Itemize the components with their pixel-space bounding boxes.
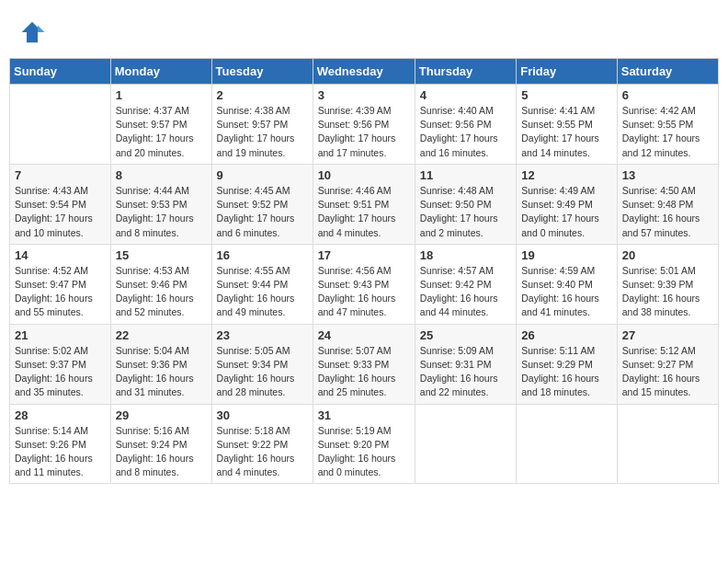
day-number: 26 — [521, 328, 612, 342]
calendar-cell: 27Sunrise: 5:12 AM Sunset: 9:27 PM Dayli… — [617, 324, 718, 404]
day-info: Sunrise: 5:04 AM Sunset: 9:36 PM Dayligh… — [116, 344, 207, 400]
day-info: Sunrise: 5:07 AM Sunset: 9:33 PM Dayligh… — [318, 344, 410, 400]
day-info: Sunrise: 4:43 AM Sunset: 9:54 PM Dayligh… — [15, 184, 106, 240]
calendar-cell: 18Sunrise: 4:57 AM Sunset: 9:42 PM Dayli… — [415, 244, 516, 324]
logo-icon — [18, 18, 46, 46]
day-info: Sunrise: 4:37 AM Sunset: 9:57 PM Dayligh… — [116, 104, 207, 160]
weekday-header-row: SundayMondayTuesdayWednesdayThursdayFrid… — [10, 59, 719, 85]
weekday-header-monday: Monday — [110, 59, 211, 85]
day-number: 4 — [420, 88, 511, 102]
calendar-cell — [617, 404, 718, 484]
calendar-cell: 9Sunrise: 4:45 AM Sunset: 9:52 PM Daylig… — [211, 164, 313, 244]
day-info: Sunrise: 4:55 AM Sunset: 9:44 PM Dayligh… — [217, 264, 308, 320]
calendar-cell: 17Sunrise: 4:56 AM Sunset: 9:43 PM Dayli… — [313, 244, 415, 324]
calendar-cell — [517, 404, 618, 484]
day-info: Sunrise: 4:50 AM Sunset: 9:48 PM Dayligh… — [622, 184, 713, 240]
day-number: 24 — [318, 328, 410, 342]
calendar-cell: 13Sunrise: 4:50 AM Sunset: 9:48 PM Dayli… — [617, 164, 718, 244]
day-info: Sunrise: 4:49 AM Sunset: 9:49 PM Dayligh… — [521, 184, 612, 240]
day-info: Sunrise: 5:09 AM Sunset: 9:31 PM Dayligh… — [420, 344, 511, 400]
day-number: 10 — [318, 168, 410, 182]
day-info: Sunrise: 5:19 AM Sunset: 9:20 PM Dayligh… — [318, 424, 410, 480]
day-info: Sunrise: 5:14 AM Sunset: 9:26 PM Dayligh… — [15, 424, 106, 480]
day-number: 22 — [116, 328, 207, 342]
day-number: 31 — [318, 408, 410, 422]
calendar-cell: 4Sunrise: 4:40 AM Sunset: 9:56 PM Daylig… — [415, 85, 516, 165]
day-number: 30 — [217, 408, 308, 422]
day-number: 19 — [521, 248, 612, 262]
calendar-cell: 30Sunrise: 5:18 AM Sunset: 9:22 PM Dayli… — [211, 404, 313, 484]
day-number: 12 — [521, 168, 612, 182]
day-number: 27 — [622, 328, 713, 342]
day-number: 28 — [15, 408, 106, 422]
day-number: 13 — [622, 168, 713, 182]
day-number: 25 — [420, 328, 511, 342]
weekday-header-saturday: Saturday — [617, 59, 718, 85]
day-number: 3 — [318, 88, 410, 102]
day-number: 9 — [217, 168, 308, 182]
day-number: 1 — [116, 88, 207, 102]
day-info: Sunrise: 4:45 AM Sunset: 9:52 PM Dayligh… — [217, 184, 308, 240]
day-number: 20 — [622, 248, 713, 262]
day-info: Sunrise: 4:56 AM Sunset: 9:43 PM Dayligh… — [318, 264, 410, 320]
weekday-header-thursday: Thursday — [415, 59, 516, 85]
calendar-cell: 31Sunrise: 5:19 AM Sunset: 9:20 PM Dayli… — [313, 404, 415, 484]
day-info: Sunrise: 4:39 AM Sunset: 9:56 PM Dayligh… — [318, 104, 410, 160]
calendar-cell — [10, 85, 111, 165]
calendar-cell: 22Sunrise: 5:04 AM Sunset: 9:36 PM Dayli… — [110, 324, 211, 404]
day-number: 6 — [622, 88, 713, 102]
day-info: Sunrise: 4:59 AM Sunset: 9:40 PM Dayligh… — [521, 264, 612, 320]
calendar-cell: 21Sunrise: 5:02 AM Sunset: 9:37 PM Dayli… — [10, 324, 111, 404]
day-info: Sunrise: 4:41 AM Sunset: 9:55 PM Dayligh… — [521, 104, 612, 160]
weekday-header-tuesday: Tuesday — [211, 59, 313, 85]
week-row-1: 1Sunrise: 4:37 AM Sunset: 9:57 PM Daylig… — [10, 85, 719, 165]
calendar-cell — [415, 404, 516, 484]
calendar-cell: 25Sunrise: 5:09 AM Sunset: 9:31 PM Dayli… — [415, 324, 516, 404]
svg-marker-1 — [38, 26, 45, 33]
day-info: Sunrise: 5:12 AM Sunset: 9:27 PM Dayligh… — [622, 344, 713, 400]
calendar-cell: 15Sunrise: 4:53 AM Sunset: 9:46 PM Dayli… — [110, 244, 211, 324]
day-number: 14 — [15, 248, 106, 262]
day-info: Sunrise: 4:48 AM Sunset: 9:50 PM Dayligh… — [420, 184, 511, 240]
week-row-4: 21Sunrise: 5:02 AM Sunset: 9:37 PM Dayli… — [10, 324, 719, 404]
day-number: 21 — [15, 328, 106, 342]
calendar-cell: 10Sunrise: 4:46 AM Sunset: 9:51 PM Dayli… — [313, 164, 415, 244]
calendar-cell: 28Sunrise: 5:14 AM Sunset: 9:26 PM Dayli… — [10, 404, 111, 484]
calendar-cell: 11Sunrise: 4:48 AM Sunset: 9:50 PM Dayli… — [415, 164, 516, 244]
day-number: 15 — [116, 248, 207, 262]
day-number: 5 — [521, 88, 612, 102]
day-number: 8 — [116, 168, 207, 182]
week-row-5: 28Sunrise: 5:14 AM Sunset: 9:26 PM Dayli… — [10, 404, 719, 484]
week-row-3: 14Sunrise: 4:52 AM Sunset: 9:47 PM Dayli… — [10, 244, 719, 324]
logo — [18, 18, 50, 46]
calendar-cell: 6Sunrise: 4:42 AM Sunset: 9:55 PM Daylig… — [617, 85, 718, 165]
calendar-cell: 8Sunrise: 4:44 AM Sunset: 9:53 PM Daylig… — [110, 164, 211, 244]
calendar-cell: 29Sunrise: 5:16 AM Sunset: 9:24 PM Dayli… — [110, 404, 211, 484]
day-number: 16 — [217, 248, 308, 262]
day-number: 18 — [420, 248, 511, 262]
day-info: Sunrise: 4:40 AM Sunset: 9:56 PM Dayligh… — [420, 104, 511, 160]
calendar-cell: 24Sunrise: 5:07 AM Sunset: 9:33 PM Dayli… — [313, 324, 415, 404]
calendar-cell: 5Sunrise: 4:41 AM Sunset: 9:55 PM Daylig… — [517, 85, 618, 165]
calendar-cell: 19Sunrise: 4:59 AM Sunset: 9:40 PM Dayli… — [517, 244, 618, 324]
calendar-cell: 1Sunrise: 4:37 AM Sunset: 9:57 PM Daylig… — [110, 85, 211, 165]
weekday-header-friday: Friday — [517, 59, 618, 85]
day-number: 11 — [420, 168, 511, 182]
day-info: Sunrise: 4:57 AM Sunset: 9:42 PM Dayligh… — [420, 264, 511, 320]
calendar-cell: 7Sunrise: 4:43 AM Sunset: 9:54 PM Daylig… — [10, 164, 111, 244]
calendar-cell: 14Sunrise: 4:52 AM Sunset: 9:47 PM Dayli… — [10, 244, 111, 324]
weekday-header-sunday: Sunday — [10, 59, 111, 85]
week-row-2: 7Sunrise: 4:43 AM Sunset: 9:54 PM Daylig… — [10, 164, 719, 244]
day-info: Sunrise: 5:16 AM Sunset: 9:24 PM Dayligh… — [116, 424, 207, 480]
calendar-table: SundayMondayTuesdayWednesdayThursdayFrid… — [9, 58, 719, 484]
day-number: 17 — [318, 248, 410, 262]
page-header — [9, 9, 719, 51]
day-info: Sunrise: 5:05 AM Sunset: 9:34 PM Dayligh… — [217, 344, 308, 400]
day-number: 7 — [15, 168, 106, 182]
day-info: Sunrise: 5:11 AM Sunset: 9:29 PM Dayligh… — [521, 344, 612, 400]
day-info: Sunrise: 4:44 AM Sunset: 9:53 PM Dayligh… — [116, 184, 207, 240]
calendar-cell: 2Sunrise: 4:38 AM Sunset: 9:57 PM Daylig… — [211, 85, 313, 165]
day-info: Sunrise: 5:01 AM Sunset: 9:39 PM Dayligh… — [622, 264, 713, 320]
calendar-cell: 12Sunrise: 4:49 AM Sunset: 9:49 PM Dayli… — [517, 164, 618, 244]
day-info: Sunrise: 4:38 AM Sunset: 9:57 PM Dayligh… — [217, 104, 308, 160]
